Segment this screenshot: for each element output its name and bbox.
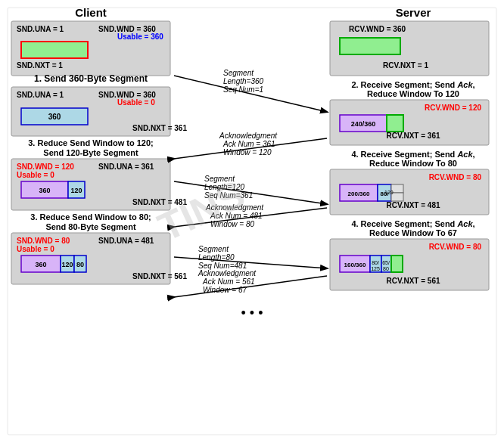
svg-text:Reduce Window To 80: Reduce Window To 80 [369,159,457,168]
svg-text:RCV.NXT = 361: RCV.NXT = 361 [386,132,440,140]
svg-text:•  •  •: • • • [241,305,263,321]
svg-text:Ack Num = 561: Ack Num = 561 [202,277,255,286]
svg-text:Window = 67: Window = 67 [203,286,247,294]
svg-rect-77 [391,256,403,272]
svg-text:3. Reduce Send Window to 120;: 3. Reduce Send Window to 120; [28,138,154,147]
svg-text:Length=80: Length=80 [198,253,235,262]
svg-text:Client: Client [75,6,107,19]
svg-text:1. Send 360-Byte Segment: 1. Send 360-Byte Segment [34,73,148,84]
svg-text:SND.UNA = 361: SND.UNA = 361 [98,163,154,171]
svg-text:RCV.WND = 360: RCV.WND = 360 [349,25,406,33]
svg-text:RCV.NXT = 481: RCV.NXT = 481 [386,201,440,209]
svg-text:RCV.NXT = 561: RCV.NXT = 561 [386,277,440,285]
svg-text:SND.NXT = 361: SND.NXT = 361 [132,124,187,132]
svg-text:Reduce Window To 67: Reduce Window To 67 [369,228,457,237]
svg-text:Seq Num=1: Seq Num=1 [223,85,263,94]
svg-text:SND.UNA = 1: SND.UNA = 1 [17,91,64,99]
svg-text:120: 120 [70,187,82,194]
svg-text:Usable = 0: Usable = 0 [17,245,54,253]
svg-text:SND.UNA = 481: SND.UNA = 481 [98,237,154,245]
svg-text:3. Reduce Send Window to 80;: 3. Reduce Send Window to 80; [30,212,151,222]
svg-text:120: 120 [61,261,73,268]
svg-text:Send 80-Byte Segment: Send 80-Byte Segment [45,222,136,231]
svg-text:Acknowledgment: Acknowledgment [198,269,257,277]
svg-text:RCV.NXT = 1: RCV.NXT = 1 [383,61,428,70]
svg-text:360: 360 [39,187,50,194]
svg-rect-43 [340,38,400,54]
svg-rect-7 [21,42,88,58]
svg-text:125: 125 [371,266,380,271]
svg-text:Window = 120: Window = 120 [223,148,272,156]
svg-text:120: 120 [384,190,394,195]
svg-text:65/: 65/ [382,260,390,265]
svg-text:80: 80 [383,266,389,271]
svg-text:Reduce Window To 120: Reduce Window To 120 [367,89,459,98]
svg-text:160/360: 160/360 [344,262,366,268]
svg-text:360: 360 [48,113,61,121]
svg-text:RCV.WND = 120: RCV.WND = 120 [425,104,481,112]
svg-text:SND.NXT = 561: SND.NXT = 561 [132,272,187,280]
svg-text:RCV.WND = 80: RCV.WND = 80 [429,243,482,251]
svg-text:Length=360: Length=360 [223,77,264,85]
svg-text:Usable = 0: Usable = 0 [117,98,155,107]
svg-text:SND.WND = 120: SND.WND = 120 [17,163,74,171]
svg-text:SND.NXT = 1: SND.NXT = 1 [17,61,63,70]
svg-text:Segment: Segment [223,69,254,77]
svg-text:Usable = 0: Usable = 0 [17,171,54,179]
tcp-diagram: Client Server SND.UNA = 1 SND.WND = 360 … [0,0,504,443]
svg-text:Ack Num = 361: Ack Num = 361 [222,140,275,148]
svg-text:RCV.WND = 80: RCV.WND = 80 [429,173,482,181]
svg-text:80: 80 [76,261,84,268]
svg-text:Segment: Segment [198,245,229,253]
svg-text:240/360: 240/360 [351,120,376,128]
svg-text:360: 360 [35,261,46,268]
svg-text:2. Receive Segment; Send Ack,: 2. Receive Segment; Send Ack, [351,80,474,89]
svg-text:200/360: 200/360 [348,191,370,197]
diagram-container: Client Server SND.UNA = 1 SND.WND = 360 … [0,0,504,443]
svg-text:80/: 80/ [372,260,379,265]
svg-rect-51 [387,115,403,132]
svg-text:4. Receive Segment; Send Ack,: 4. Receive Segment; Send Ack, [351,219,474,228]
svg-text:Acknowledgment: Acknowledgment [219,132,278,140]
svg-text:SND.UNA = 1: SND.UNA = 1 [17,25,64,33]
svg-text:SND.WND = 80: SND.WND = 80 [17,237,70,245]
svg-text:Send 120-Byte Segment: Send 120-Byte Segment [43,148,138,157]
svg-text:Server: Server [396,6,431,19]
svg-text:Usable = 360: Usable = 360 [117,33,163,41]
svg-text:4. Receive Segment; Send Ack,: 4. Receive Segment; Send Ack, [351,150,474,159]
